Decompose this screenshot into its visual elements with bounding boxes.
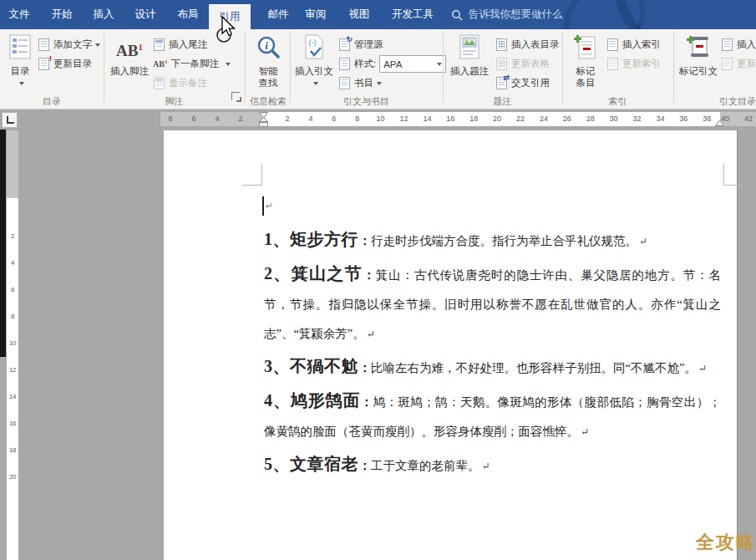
toc-group-label: 目录 (0, 95, 104, 107)
vertical-ruler-text-area (7, 198, 18, 560)
update-table-icon (496, 58, 507, 70)
tab-insert[interactable]: 插入 (85, 0, 122, 29)
manage-sources-button[interactable]: ↻ 管理源 (339, 36, 383, 53)
table-of-contents-button[interactable]: 目录 (3, 32, 38, 105)
next-footnote-icon: AB1 (153, 59, 167, 69)
ribbon-tab-bar: 文件 开始 插入 设计 布局 引用 邮件 审阅 视图 开发工具 告诉我你想要做什… (0, 0, 756, 29)
paragraph-mark: ↵ (698, 363, 707, 374)
heading-colon: ： (360, 395, 373, 409)
update-toc-icon: ! (38, 58, 49, 70)
hanging-indent-marker[interactable] (259, 117, 268, 127)
bibliography-icon (339, 77, 350, 89)
smart-lookup-icon: i (248, 32, 288, 65)
cross-reference-label: 交叉引用 (511, 77, 550, 89)
update-toa-icon (722, 58, 733, 70)
tab-design[interactable]: 设计 (127, 0, 164, 29)
paragraph[interactable]: 4、鸠形鹄面：鸠：斑鸠；鹄：天鹅。像斑鸠的形体（腹部低陷；胸骨空出）；像黄鹄的脸… (264, 386, 721, 447)
chevron-down-icon (226, 63, 231, 66)
group-divider (562, 33, 563, 103)
mark-citation-label: 标记引文 (678, 65, 718, 77)
ruler-number: 4 (7, 259, 18, 267)
update-toc-button[interactable]: ! 更新目录 (38, 55, 92, 73)
ab-glyph: AB (153, 60, 165, 69)
update-table-of-authorities-button: 更新引文目录 (722, 55, 756, 73)
insert-caption-icon (448, 32, 491, 65)
update-toc-label: 更新目录 (53, 58, 92, 70)
tab-review[interactable]: 审阅 (297, 0, 334, 29)
titlebar-decoration (551, 0, 658, 29)
tell-me-search[interactable]: 告诉我你想要做什么 (451, 0, 563, 29)
paragraph[interactable]: 5、文章宿老：工于文章的老前辈。↵ (264, 450, 721, 481)
document-text: 1、矩步方行：行走时步伐端方合度。指行为举止合乎礼仪规范。↵ 2、箕山之节：箕山… (264, 225, 721, 484)
cross-reference-button[interactable]: ⇄ 交叉引用 (496, 74, 550, 92)
document-area: 8642 2468101214161820222426283032343638 … (0, 109, 756, 560)
tab-layout[interactable]: 布局 (170, 0, 206, 29)
ab-glyph: AB (116, 42, 138, 59)
style-label: 样式: (354, 58, 376, 70)
mark-entry-label-line2: 条目 (567, 77, 604, 89)
heading-colon: ： (358, 234, 371, 247)
chevron-down-icon (377, 82, 382, 85)
chevron-down-icon (19, 82, 24, 85)
next-footnote-label: 下一条脚注 (170, 58, 219, 70)
insert-citation-button[interactable]: (-) 插入引文 (294, 32, 334, 105)
insert-table-of-figures-button[interactable]: 插入表目录 (496, 36, 560, 53)
update-index-label: 更新索引 (622, 58, 661, 70)
watermark: 全攻略 (696, 530, 756, 555)
citations-group-label: 引文与书目 (290, 95, 443, 107)
tab-developer[interactable]: 开发工具 (389, 0, 436, 29)
group-divider (245, 33, 246, 103)
insert-index-button[interactable]: 插入索引 (607, 36, 661, 53)
heading-colon: ： (358, 459, 371, 472)
margin-corner-mark (261, 164, 262, 186)
manage-sources-icon: ↻ (339, 38, 350, 51)
definition-text: 工于文章的老前辈。 (371, 459, 480, 472)
paragraph[interactable]: 3、不猧不魀：比喻左右为难，不好处理。也形容样子别扭。同“不尴不尬”。↵ (264, 352, 721, 384)
tab-mailings[interactable]: 邮件 (260, 0, 297, 29)
research-group-label: 信息检索 (244, 95, 292, 107)
insert-footnote-label: 插入脚注 (109, 65, 150, 77)
tab-home[interactable]: 开始 (43, 0, 80, 29)
next-footnote-button[interactable]: AB1 下一条脚注 (153, 55, 231, 73)
paragraph-mark: ↵ (266, 201, 273, 211)
group-divider (443, 33, 444, 103)
citation-style-select[interactable]: APA (379, 55, 446, 73)
tab-file[interactable]: 文件 (2, 0, 37, 29)
insert-footnote-button[interactable]: AB1 插入脚注 (109, 32, 150, 105)
tab-references[interactable]: 引用 (209, 4, 251, 29)
update-index-button: 更新索引 (607, 55, 661, 73)
mark-citation-button[interactable]: 标记引文 (678, 32, 718, 105)
toc-button-label: 目录 (3, 65, 38, 77)
bibliography-button[interactable]: 书目 (339, 74, 382, 92)
paragraph[interactable]: 2、箕山之节：箕山：古代传说唐尧时的隐士许由、巢父隐居的地方。节：名节，节操。指… (264, 259, 721, 349)
ruler-number: 2 (7, 232, 18, 240)
idiom-heading: 5、文章宿老 (264, 455, 358, 473)
insert-toa-label: 插入引文目录 (737, 38, 756, 51)
insert-caption-button[interactable]: 插入题注 (448, 32, 491, 105)
footnote-ab1-icon: AB1 (109, 32, 150, 65)
paragraph[interactable]: 1、矩步方行：行走时步伐端方合度。指行为举止合乎礼仪规范。↵ (264, 225, 721, 257)
smart-lookup-label-line2: 查找 (248, 77, 288, 89)
tab-view[interactable]: 视图 (341, 0, 378, 29)
update-table-label: 更新表格 (511, 58, 550, 70)
text-cursor (262, 196, 264, 216)
insert-index-label: 插入索引 (622, 38, 661, 51)
add-text-button[interactable]: 添加文字 (38, 36, 100, 53)
captions-group-label: 题注 (443, 95, 562, 107)
paragraph-mark: ↵ (581, 426, 589, 438)
margin-corner-mark (242, 185, 262, 186)
smart-lookup-button[interactable]: i 智能 查找 (248, 32, 288, 105)
right-indent-marker[interactable] (715, 120, 724, 126)
insert-table-of-authorities-button[interactable]: 插入引文目录 (722, 36, 756, 53)
svg-text:i: i (265, 39, 268, 52)
definition-text: 比喻左右为难，不好处理。也形容样子别扭。同“不尴不尬”。 (371, 361, 697, 374)
vertical-ruler[interactable]: 2468101214161820 (7, 130, 18, 560)
paragraph-mark: ↵ (639, 236, 647, 247)
mark-entry-icon (567, 32, 604, 65)
style-icon (339, 58, 350, 70)
show-notes-label: 显示备注 (169, 77, 207, 89)
ab-superscript: 1 (165, 59, 168, 65)
insert-endnote-button[interactable]: 插入尾注 (154, 36, 207, 53)
mark-entry-button[interactable]: 标记 条目 (567, 32, 604, 105)
update-toa-label: 更新引文目录 (737, 58, 756, 70)
